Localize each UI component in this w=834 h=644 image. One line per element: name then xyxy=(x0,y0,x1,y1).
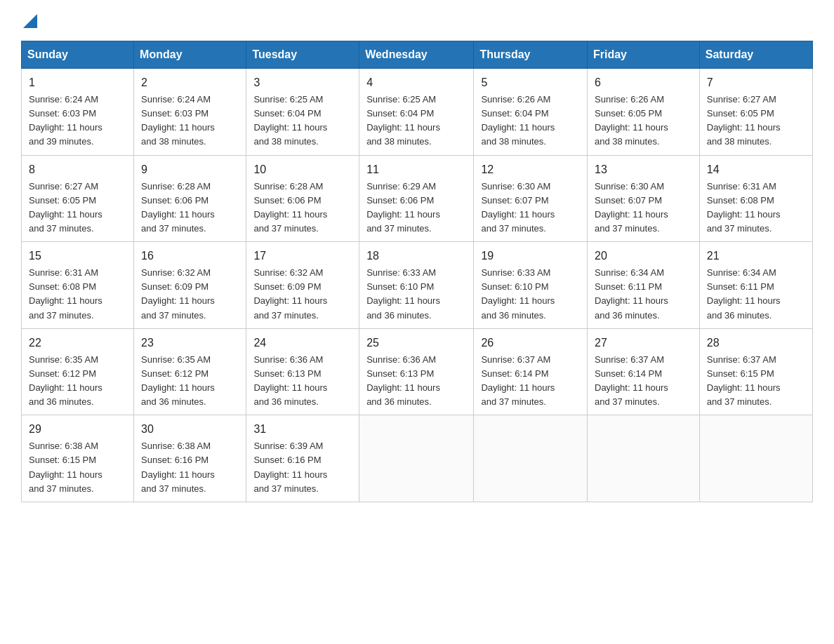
col-header-wednesday: Wednesday xyxy=(359,41,474,69)
calendar-cell: 11Sunrise: 6:29 AM Sunset: 6:06 PM Dayli… xyxy=(359,155,474,242)
calendar-cell: 21Sunrise: 6:34 AM Sunset: 6:11 PM Dayli… xyxy=(699,242,812,329)
day-info: Sunrise: 6:39 AM Sunset: 6:16 PM Dayligh… xyxy=(253,439,352,496)
day-info: Sunrise: 6:35 AM Sunset: 6:12 PM Dayligh… xyxy=(141,353,239,410)
day-number: 25 xyxy=(366,335,466,351)
calendar-cell: 4Sunrise: 6:25 AM Sunset: 6:04 PM Daylig… xyxy=(359,69,474,156)
calendar-cell: 10Sunrise: 6:28 AM Sunset: 6:06 PM Dayli… xyxy=(246,155,359,242)
calendar-cell: 8Sunrise: 6:27 AM Sunset: 6:05 PM Daylig… xyxy=(22,155,134,242)
day-info: Sunrise: 6:30 AM Sunset: 6:07 PM Dayligh… xyxy=(481,180,580,236)
day-number: 22 xyxy=(29,335,126,351)
day-number: 5 xyxy=(481,74,580,91)
day-number: 3 xyxy=(253,74,352,91)
calendar-cell: 31Sunrise: 6:39 AM Sunset: 6:16 PM Dayli… xyxy=(246,415,359,502)
calendar-cell: 22Sunrise: 6:35 AM Sunset: 6:12 PM Dayli… xyxy=(22,328,134,415)
calendar-cell: 27Sunrise: 6:37 AM Sunset: 6:14 PM Dayli… xyxy=(588,328,700,415)
day-number: 30 xyxy=(141,421,239,438)
day-number: 16 xyxy=(141,248,239,264)
day-info: Sunrise: 6:35 AM Sunset: 6:12 PM Dayligh… xyxy=(29,353,126,410)
calendar-cell: 3Sunrise: 6:25 AM Sunset: 6:04 PM Daylig… xyxy=(246,69,359,156)
calendar-cell: 1Sunrise: 6:24 AM Sunset: 6:03 PM Daylig… xyxy=(22,69,134,156)
day-number: 20 xyxy=(595,248,692,264)
col-header-saturday: Saturday xyxy=(699,41,812,69)
day-info: Sunrise: 6:33 AM Sunset: 6:10 PM Dayligh… xyxy=(366,266,466,323)
day-info: Sunrise: 6:33 AM Sunset: 6:10 PM Dayligh… xyxy=(481,266,580,323)
calendar-cell xyxy=(359,415,474,502)
page-header xyxy=(21,14,813,27)
day-number: 17 xyxy=(253,248,352,264)
day-info: Sunrise: 6:24 AM Sunset: 6:03 PM Dayligh… xyxy=(29,93,126,149)
day-info: Sunrise: 6:37 AM Sunset: 6:14 PM Dayligh… xyxy=(595,353,692,410)
calendar-cell: 26Sunrise: 6:37 AM Sunset: 6:14 PM Dayli… xyxy=(474,328,588,415)
day-number: 28 xyxy=(707,335,805,351)
day-number: 31 xyxy=(253,421,352,438)
calendar-body: 1Sunrise: 6:24 AM Sunset: 6:03 PM Daylig… xyxy=(22,69,813,502)
calendar-cell: 12Sunrise: 6:30 AM Sunset: 6:07 PM Dayli… xyxy=(474,155,588,242)
calendar-cell: 25Sunrise: 6:36 AM Sunset: 6:13 PM Dayli… xyxy=(359,328,474,415)
day-info: Sunrise: 6:30 AM Sunset: 6:07 PM Dayligh… xyxy=(595,180,692,236)
calendar-week-3: 15Sunrise: 6:31 AM Sunset: 6:08 PM Dayli… xyxy=(22,242,813,329)
day-number: 6 xyxy=(595,74,692,91)
day-info: Sunrise: 6:31 AM Sunset: 6:08 PM Dayligh… xyxy=(29,266,126,323)
calendar-header: SundayMondayTuesdayWednesdayThursdayFrid… xyxy=(22,41,813,69)
day-number: 27 xyxy=(595,335,692,351)
calendar-cell: 24Sunrise: 6:36 AM Sunset: 6:13 PM Dayli… xyxy=(246,328,359,415)
calendar-cell xyxy=(588,415,700,502)
calendar-cell xyxy=(699,415,812,502)
day-number: 9 xyxy=(141,161,239,178)
svg-marker-0 xyxy=(23,14,37,28)
day-info: Sunrise: 6:27 AM Sunset: 6:05 PM Dayligh… xyxy=(707,93,805,149)
day-info: Sunrise: 6:34 AM Sunset: 6:11 PM Dayligh… xyxy=(707,266,805,323)
day-info: Sunrise: 6:37 AM Sunset: 6:14 PM Dayligh… xyxy=(481,353,580,410)
day-info: Sunrise: 6:25 AM Sunset: 6:04 PM Dayligh… xyxy=(366,93,466,149)
calendar-week-4: 22Sunrise: 6:35 AM Sunset: 6:12 PM Dayli… xyxy=(22,328,813,415)
logo-triangle-icon xyxy=(23,14,37,28)
calendar-cell: 30Sunrise: 6:38 AM Sunset: 6:16 PM Dayli… xyxy=(134,415,246,502)
col-header-sunday: Sunday xyxy=(22,41,134,69)
calendar-cell: 16Sunrise: 6:32 AM Sunset: 6:09 PM Dayli… xyxy=(134,242,246,329)
calendar-cell: 15Sunrise: 6:31 AM Sunset: 6:08 PM Dayli… xyxy=(22,242,134,329)
day-info: Sunrise: 6:32 AM Sunset: 6:09 PM Dayligh… xyxy=(253,266,352,323)
day-number: 12 xyxy=(481,161,580,178)
day-number: 15 xyxy=(29,248,126,264)
day-number: 4 xyxy=(366,74,466,91)
calendar-cell: 6Sunrise: 6:26 AM Sunset: 6:05 PM Daylig… xyxy=(588,69,700,156)
col-header-friday: Friday xyxy=(588,41,700,69)
day-info: Sunrise: 6:28 AM Sunset: 6:06 PM Dayligh… xyxy=(141,180,239,236)
day-number: 18 xyxy=(366,248,466,264)
day-info: Sunrise: 6:34 AM Sunset: 6:11 PM Dayligh… xyxy=(595,266,692,323)
calendar-cell: 20Sunrise: 6:34 AM Sunset: 6:11 PM Dayli… xyxy=(588,242,700,329)
day-number: 10 xyxy=(253,161,352,178)
day-info: Sunrise: 6:38 AM Sunset: 6:15 PM Dayligh… xyxy=(29,439,126,496)
calendar-cell: 28Sunrise: 6:37 AM Sunset: 6:15 PM Dayli… xyxy=(699,328,812,415)
calendar-week-1: 1Sunrise: 6:24 AM Sunset: 6:03 PM Daylig… xyxy=(22,69,813,156)
calendar-cell: 5Sunrise: 6:26 AM Sunset: 6:04 PM Daylig… xyxy=(474,69,588,156)
day-info: Sunrise: 6:38 AM Sunset: 6:16 PM Dayligh… xyxy=(141,439,239,496)
col-header-monday: Monday xyxy=(134,41,246,69)
day-number: 7 xyxy=(707,74,805,91)
calendar-cell: 7Sunrise: 6:27 AM Sunset: 6:05 PM Daylig… xyxy=(699,69,812,156)
col-header-tuesday: Tuesday xyxy=(246,41,359,69)
day-info: Sunrise: 6:25 AM Sunset: 6:04 PM Dayligh… xyxy=(253,93,352,149)
calendar-week-5: 29Sunrise: 6:38 AM Sunset: 6:15 PM Dayli… xyxy=(22,415,813,502)
day-info: Sunrise: 6:36 AM Sunset: 6:13 PM Dayligh… xyxy=(366,353,466,410)
day-number: 29 xyxy=(29,421,126,438)
calendar-cell xyxy=(474,415,588,502)
day-info: Sunrise: 6:37 AM Sunset: 6:15 PM Dayligh… xyxy=(707,353,805,410)
calendar-cell: 14Sunrise: 6:31 AM Sunset: 6:08 PM Dayli… xyxy=(699,155,812,242)
day-info: Sunrise: 6:36 AM Sunset: 6:13 PM Dayligh… xyxy=(253,353,352,410)
day-info: Sunrise: 6:24 AM Sunset: 6:03 PM Dayligh… xyxy=(141,93,239,149)
day-info: Sunrise: 6:32 AM Sunset: 6:09 PM Dayligh… xyxy=(141,266,239,323)
day-number: 2 xyxy=(141,74,239,91)
day-info: Sunrise: 6:26 AM Sunset: 6:04 PM Dayligh… xyxy=(481,93,580,149)
day-info: Sunrise: 6:29 AM Sunset: 6:06 PM Dayligh… xyxy=(366,180,466,236)
calendar-cell: 13Sunrise: 6:30 AM Sunset: 6:07 PM Dayli… xyxy=(588,155,700,242)
day-info: Sunrise: 6:27 AM Sunset: 6:05 PM Dayligh… xyxy=(29,180,126,236)
calendar-cell: 19Sunrise: 6:33 AM Sunset: 6:10 PM Dayli… xyxy=(474,242,588,329)
calendar-cell: 9Sunrise: 6:28 AM Sunset: 6:06 PM Daylig… xyxy=(134,155,246,242)
calendar-week-2: 8Sunrise: 6:27 AM Sunset: 6:05 PM Daylig… xyxy=(22,155,813,242)
day-number: 24 xyxy=(253,335,352,351)
calendar-cell: 29Sunrise: 6:38 AM Sunset: 6:15 PM Dayli… xyxy=(22,415,134,502)
logo xyxy=(21,14,37,27)
calendar-cell: 18Sunrise: 6:33 AM Sunset: 6:10 PM Dayli… xyxy=(359,242,474,329)
day-info: Sunrise: 6:31 AM Sunset: 6:08 PM Dayligh… xyxy=(707,180,805,236)
